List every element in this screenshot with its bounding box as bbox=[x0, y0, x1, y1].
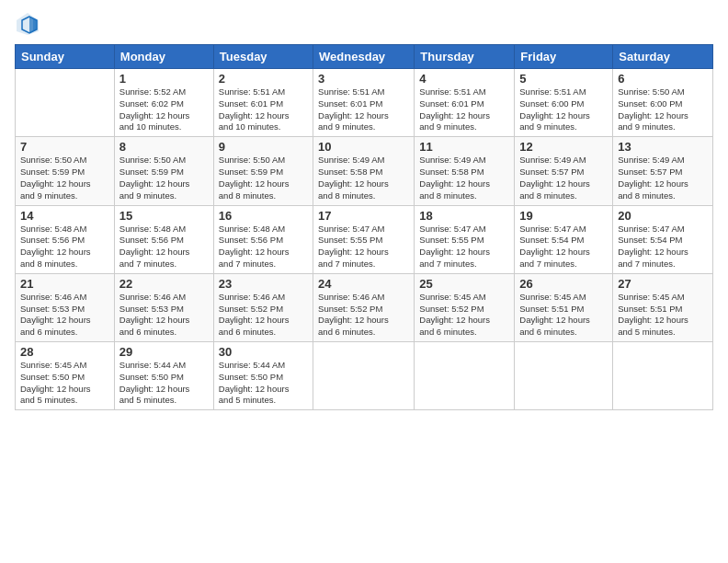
day-info: Sunrise: 5:45 AM Sunset: 5:51 PM Dayligh… bbox=[618, 292, 708, 339]
day-info: Sunrise: 5:46 AM Sunset: 5:52 PM Dayligh… bbox=[318, 292, 409, 339]
logo bbox=[15, 11, 42, 37]
day-info: Sunrise: 5:51 AM Sunset: 6:01 PM Dayligh… bbox=[318, 86, 409, 133]
calendar-cell bbox=[16, 69, 115, 137]
day-info: Sunrise: 5:47 AM Sunset: 5:55 PM Dayligh… bbox=[419, 224, 509, 270]
calendar-cell: 11Sunrise: 5:49 AM Sunset: 5:58 PM Dayli… bbox=[415, 137, 515, 205]
calendar-week-4: 28Sunrise: 5:45 AM Sunset: 5:50 PM Dayli… bbox=[16, 342, 713, 410]
day-info: Sunrise: 5:51 AM Sunset: 6:01 PM Dayligh… bbox=[419, 86, 509, 133]
day-number: 5 bbox=[519, 72, 608, 86]
calendar-cell: 5Sunrise: 5:51 AM Sunset: 6:00 PM Daylig… bbox=[515, 69, 613, 137]
day-number: 3 bbox=[318, 72, 409, 86]
day-info: Sunrise: 5:48 AM Sunset: 5:56 PM Dayligh… bbox=[219, 224, 308, 270]
day-info: Sunrise: 5:50 AM Sunset: 5:59 PM Dayligh… bbox=[219, 155, 308, 201]
day-info: Sunrise: 5:46 AM Sunset: 5:52 PM Dayligh… bbox=[219, 292, 308, 339]
day-number: 7 bbox=[20, 140, 109, 154]
calendar-cell: 4Sunrise: 5:51 AM Sunset: 6:01 PM Daylig… bbox=[415, 69, 515, 137]
calendar-cell: 14Sunrise: 5:48 AM Sunset: 5:56 PM Dayli… bbox=[16, 205, 115, 273]
calendar-cell: 20Sunrise: 5:47 AM Sunset: 5:54 PM Dayli… bbox=[613, 205, 713, 273]
day-number: 30 bbox=[219, 345, 308, 359]
day-number: 20 bbox=[618, 209, 708, 223]
calendar-cell: 24Sunrise: 5:46 AM Sunset: 5:52 PM Dayli… bbox=[313, 273, 415, 341]
calendar-cell: 6Sunrise: 5:50 AM Sunset: 6:00 PM Daylig… bbox=[613, 69, 713, 137]
calendar-cell: 29Sunrise: 5:44 AM Sunset: 5:50 PM Dayli… bbox=[114, 342, 213, 410]
calendar-cell: 18Sunrise: 5:47 AM Sunset: 5:55 PM Dayli… bbox=[415, 205, 515, 273]
day-number: 18 bbox=[419, 209, 509, 223]
day-info: Sunrise: 5:50 AM Sunset: 5:59 PM Dayligh… bbox=[119, 155, 209, 201]
day-info: Sunrise: 5:45 AM Sunset: 5:50 PM Dayligh… bbox=[20, 360, 109, 407]
day-info: Sunrise: 5:49 AM Sunset: 5:58 PM Dayligh… bbox=[419, 155, 509, 201]
calendar-cell: 16Sunrise: 5:48 AM Sunset: 5:56 PM Dayli… bbox=[213, 205, 313, 273]
calendar-cell: 9Sunrise: 5:50 AM Sunset: 5:59 PM Daylig… bbox=[213, 137, 313, 205]
day-number: 28 bbox=[20, 345, 109, 359]
day-info: Sunrise: 5:51 AM Sunset: 6:01 PM Dayligh… bbox=[219, 86, 308, 133]
day-number: 19 bbox=[519, 209, 608, 223]
day-number: 10 bbox=[318, 140, 409, 154]
day-number: 8 bbox=[119, 140, 209, 154]
calendar-cell: 25Sunrise: 5:45 AM Sunset: 5:52 PM Dayli… bbox=[415, 273, 515, 341]
day-number: 17 bbox=[318, 209, 409, 223]
calendar-header-row: SundayMondayTuesdayWednesdayThursdayFrid… bbox=[16, 45, 713, 69]
calendar-cell: 17Sunrise: 5:47 AM Sunset: 5:55 PM Dayli… bbox=[313, 205, 415, 273]
day-info: Sunrise: 5:44 AM Sunset: 5:50 PM Dayligh… bbox=[219, 360, 308, 407]
day-info: Sunrise: 5:49 AM Sunset: 5:57 PM Dayligh… bbox=[519, 155, 608, 201]
calendar-cell: 30Sunrise: 5:44 AM Sunset: 5:50 PM Dayli… bbox=[213, 342, 313, 410]
header bbox=[15, 11, 713, 37]
calendar-cell: 23Sunrise: 5:46 AM Sunset: 5:52 PM Dayli… bbox=[213, 273, 313, 341]
logo-icon bbox=[15, 11, 40, 37]
day-info: Sunrise: 5:45 AM Sunset: 5:52 PM Dayligh… bbox=[419, 292, 509, 339]
day-info: Sunrise: 5:48 AM Sunset: 5:56 PM Dayligh… bbox=[119, 224, 209, 270]
day-number: 25 bbox=[419, 277, 509, 291]
day-number: 24 bbox=[318, 277, 409, 291]
day-number: 9 bbox=[219, 140, 308, 154]
calendar-cell bbox=[515, 342, 613, 410]
day-info: Sunrise: 5:46 AM Sunset: 5:53 PM Dayligh… bbox=[119, 292, 209, 339]
day-info: Sunrise: 5:49 AM Sunset: 5:58 PM Dayligh… bbox=[318, 155, 409, 201]
col-header-tuesday: Tuesday bbox=[213, 45, 313, 69]
calendar-cell: 1Sunrise: 5:52 AM Sunset: 6:02 PM Daylig… bbox=[114, 69, 213, 137]
day-number: 21 bbox=[20, 277, 109, 291]
calendar-week-0: 1Sunrise: 5:52 AM Sunset: 6:02 PM Daylig… bbox=[16, 69, 713, 137]
day-number: 13 bbox=[618, 140, 708, 154]
day-number: 27 bbox=[618, 277, 708, 291]
calendar-cell bbox=[313, 342, 415, 410]
calendar-cell: 15Sunrise: 5:48 AM Sunset: 5:56 PM Dayli… bbox=[114, 205, 213, 273]
calendar-week-2: 14Sunrise: 5:48 AM Sunset: 5:56 PM Dayli… bbox=[16, 205, 713, 273]
day-info: Sunrise: 5:47 AM Sunset: 5:54 PM Dayligh… bbox=[618, 224, 708, 270]
day-info: Sunrise: 5:52 AM Sunset: 6:02 PM Dayligh… bbox=[119, 86, 209, 133]
day-number: 11 bbox=[419, 140, 509, 154]
calendar-cell: 3Sunrise: 5:51 AM Sunset: 6:01 PM Daylig… bbox=[313, 69, 415, 137]
calendar-cell: 13Sunrise: 5:49 AM Sunset: 5:57 PM Dayli… bbox=[613, 137, 713, 205]
page: SundayMondayTuesdayWednesdayThursdayFrid… bbox=[0, 0, 728, 563]
calendar-cell: 8Sunrise: 5:50 AM Sunset: 5:59 PM Daylig… bbox=[114, 137, 213, 205]
calendar-table: SundayMondayTuesdayWednesdayThursdayFrid… bbox=[15, 44, 713, 410]
day-number: 23 bbox=[219, 277, 308, 291]
calendar-cell bbox=[613, 342, 713, 410]
day-info: Sunrise: 5:46 AM Sunset: 5:53 PM Dayligh… bbox=[20, 292, 109, 339]
calendar-cell: 27Sunrise: 5:45 AM Sunset: 5:51 PM Dayli… bbox=[613, 273, 713, 341]
day-number: 1 bbox=[119, 72, 209, 86]
day-info: Sunrise: 5:47 AM Sunset: 5:55 PM Dayligh… bbox=[318, 224, 409, 270]
col-header-thursday: Thursday bbox=[415, 45, 515, 69]
day-number: 2 bbox=[219, 72, 308, 86]
col-header-monday: Monday bbox=[114, 45, 213, 69]
calendar-week-1: 7Sunrise: 5:50 AM Sunset: 5:59 PM Daylig… bbox=[16, 137, 713, 205]
day-number: 26 bbox=[519, 277, 608, 291]
day-number: 12 bbox=[519, 140, 608, 154]
col-header-sunday: Sunday bbox=[16, 45, 115, 69]
day-number: 29 bbox=[119, 345, 209, 359]
day-number: 16 bbox=[219, 209, 308, 223]
calendar-cell: 21Sunrise: 5:46 AM Sunset: 5:53 PM Dayli… bbox=[16, 273, 115, 341]
calendar-cell: 2Sunrise: 5:51 AM Sunset: 6:01 PM Daylig… bbox=[213, 69, 313, 137]
day-info: Sunrise: 5:45 AM Sunset: 5:51 PM Dayligh… bbox=[519, 292, 608, 339]
col-header-friday: Friday bbox=[515, 45, 613, 69]
day-number: 6 bbox=[618, 72, 708, 86]
day-info: Sunrise: 5:50 AM Sunset: 6:00 PM Dayligh… bbox=[618, 86, 708, 133]
day-info: Sunrise: 5:47 AM Sunset: 5:54 PM Dayligh… bbox=[519, 224, 608, 270]
day-info: Sunrise: 5:50 AM Sunset: 5:59 PM Dayligh… bbox=[20, 155, 109, 201]
day-number: 4 bbox=[419, 72, 509, 86]
calendar-cell: 12Sunrise: 5:49 AM Sunset: 5:57 PM Dayli… bbox=[515, 137, 613, 205]
day-number: 14 bbox=[20, 209, 109, 223]
day-number: 15 bbox=[119, 209, 209, 223]
calendar-cell: 28Sunrise: 5:45 AM Sunset: 5:50 PM Dayli… bbox=[16, 342, 115, 410]
col-header-wednesday: Wednesday bbox=[313, 45, 415, 69]
